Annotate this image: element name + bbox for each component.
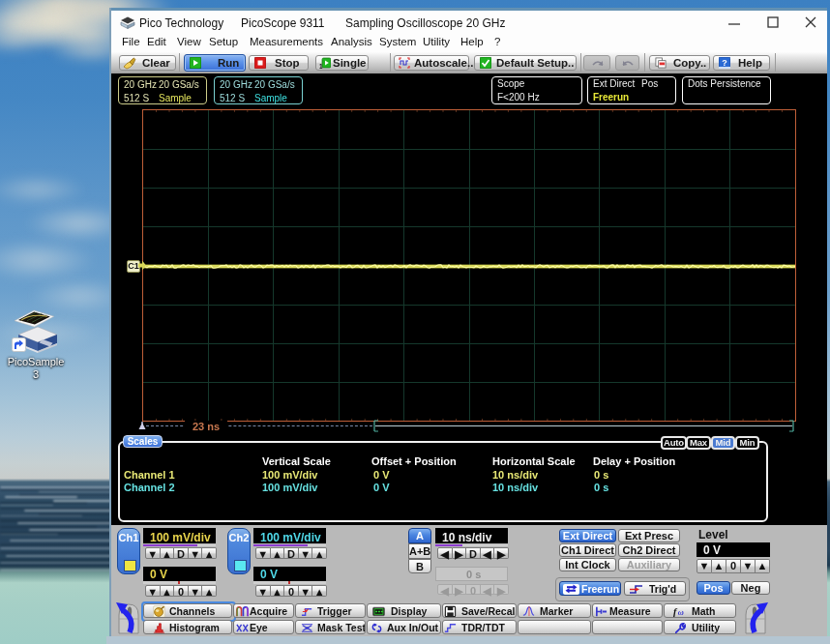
svg-text:?: ? — [722, 58, 727, 68]
svg-text:ω: ω — [678, 608, 684, 617]
